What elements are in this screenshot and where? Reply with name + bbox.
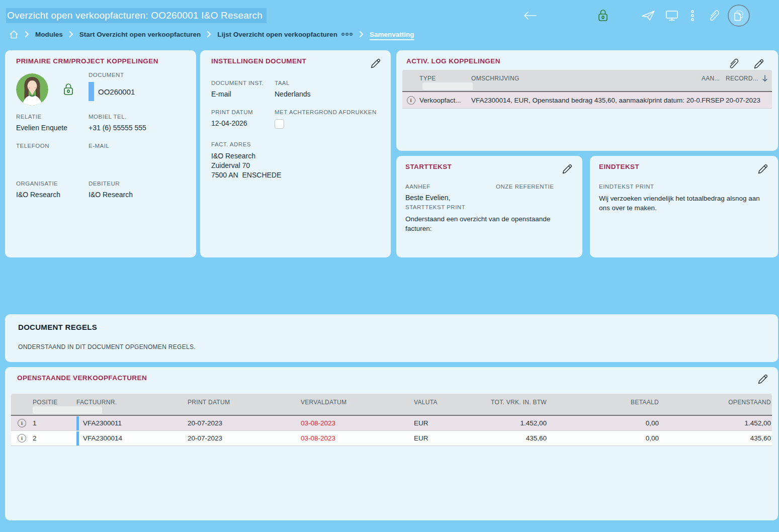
- page-title: Overzicht open verkoopfacturen: OO260001…: [6, 10, 267, 21]
- edit-pencil-icon[interactable]: [561, 163, 573, 175]
- eindtekst-card: EINDTEKST EINDTEKST PRINT Wij verzoeken …: [590, 156, 778, 257]
- col-record[interactable]: RECORD...: [726, 75, 761, 82]
- print-datum-value: 12-04-2026: [211, 119, 275, 128]
- sort-descending-icon[interactable]: [762, 75, 772, 82]
- aanhef-value: Beste Evelien,: [405, 194, 496, 202]
- invoice-print-datum: 20-07-2023: [188, 434, 301, 442]
- log-omschrijving: VFA2300014, EUR, Openstaand bedrag 435,6…: [471, 97, 702, 104]
- col-print-datum[interactable]: PRINT DATUM: [188, 399, 301, 406]
- activ-log-koppelingen-card: ACTIV. LOG KOPPELINGEN TYPE OMSCHRIJ: [396, 50, 778, 151]
- document-regels-title: DOCUMENT REGELS: [18, 323, 765, 331]
- openstaande-table-header: POSITIE FACTUURNR. PRINT DATUM VERVALDAT…: [11, 394, 772, 416]
- send-icon[interactable]: [641, 10, 655, 22]
- document-regels-card: DOCUMENT REGELS ONDERSTAAND IN DIT DOCUM…: [5, 314, 778, 362]
- invoice-vervaldatum: 03-08-2023: [301, 419, 414, 427]
- col-tot-vrk-in-btw[interactable]: TOT. VRK. IN. BTW: [464, 399, 547, 406]
- openstaande-verkoopfacturen-card: OPENSTAANDE VERKOOPFACTUREN POSITIE FACT…: [5, 367, 778, 520]
- info-icon[interactable]: i: [407, 96, 415, 105]
- col-vervaldatum[interactable]: VERVALDATUM: [301, 399, 414, 406]
- starttekst-card-title: STARTTEKST: [405, 163, 573, 170]
- invoice-tot-vrk-in-btw: 435,60: [464, 434, 547, 442]
- breadcrumb-lijst-overzicht[interactable]: Lijst Overzicht open verkoopfacturen: [217, 31, 337, 38]
- breadcrumb-start-overzicht[interactable]: Start Overzicht open verkoopfacturen: [79, 31, 201, 38]
- breadcrumb-modules[interactable]: Modules: [35, 31, 63, 38]
- col-omschrijving[interactable]: OMSCHRIJVING: [471, 75, 702, 82]
- display-icon[interactable]: [665, 10, 678, 22]
- starttekst-card: STARTTEKST AANHEF Beste Evelien, ONZE RE…: [396, 156, 582, 257]
- chevron-right-icon: [207, 31, 211, 38]
- breadcrumb-more-icon[interactable]: [341, 32, 353, 36]
- document-label: DOCUMENT: [89, 72, 185, 78]
- onze-referentie-field: ONZE REFERENTIE: [496, 184, 573, 202]
- activlog-table-header: TYPE OMSCHRIJVING AAN... RECORD...: [402, 70, 772, 92]
- invoice-positie: 2: [33, 434, 76, 442]
- edit-pencil-icon[interactable]: [757, 373, 769, 385]
- log-type: Verkoopfact...: [419, 97, 471, 104]
- documents-icon[interactable]: [728, 5, 750, 27]
- col-betaald[interactable]: BETAALD: [547, 399, 659, 406]
- positie-filter-input[interactable]: [33, 406, 102, 414]
- document-inst-value: E-mail: [211, 90, 275, 99]
- invoice-accent-bar: [76, 416, 79, 430]
- lock-icon[interactable]: [597, 9, 609, 23]
- invoice-print-datum: 20-07-2023: [188, 419, 301, 427]
- col-positie[interactable]: POSITIE: [33, 399, 76, 406]
- taal-value: Nederlands: [275, 90, 380, 99]
- col-valuta[interactable]: VALUTA: [414, 399, 464, 406]
- invoice-betaald: 0,00: [547, 434, 659, 442]
- document-inst-field: DOCUMENT INST. E-mail: [211, 80, 275, 99]
- mobiel-value: +31 (6) 55555 555: [89, 124, 185, 132]
- home-icon[interactable]: [9, 30, 19, 39]
- invoice-factuurnr: VFA2300014: [83, 434, 122, 442]
- invoice-table-row[interactable]: i 1 VFA2300011 20-07-2023 03-08-2023 EUR…: [11, 416, 772, 431]
- eindtekst-print-value: Wij verzoeken vriendelijk het totaalbedr…: [599, 194, 769, 213]
- instellingen-card-title: INSTELLINGEN DOCUMENT: [211, 57, 380, 65]
- back-arrow-icon[interactable]: [523, 11, 538, 20]
- invoice-valuta: EUR: [414, 419, 464, 427]
- debiteur-field: DEBITEUR I&O Research: [89, 181, 185, 199]
- record-lock-icon: [62, 82, 74, 97]
- edit-pencil-icon[interactable]: [757, 163, 769, 175]
- chevron-right-icon: [69, 31, 73, 38]
- col-aan[interactable]: AAN...: [702, 75, 726, 82]
- top-bar: Overzicht open verkoopfacturen: OO260001…: [0, 0, 779, 25]
- attach-icon[interactable]: [728, 57, 739, 70]
- breadcrumb: Modules Start Overzicht open verkoopfact…: [0, 26, 779, 42]
- mobiel-field: MOBIEL TEL. +31 (6) 55555 555: [89, 114, 185, 132]
- log-aan: FRSEP: [702, 97, 726, 104]
- aanhef-field: AANHEF Beste Evelien,: [405, 184, 496, 202]
- fact-adres-line: I&O Research: [211, 151, 380, 161]
- email-field: E-MAIL: [89, 143, 185, 161]
- print-datum-field: PRINT DATUM 12-04-2026: [211, 109, 275, 129]
- info-icon[interactable]: i: [18, 419, 26, 427]
- edit-pencil-icon[interactable]: [753, 58, 765, 70]
- instellingen-document-card: INSTELLINGEN DOCUMENT DOCUMENT INST. E-m…: [200, 50, 391, 257]
- achtergrond-field: MET ACHTERGROND AFDRUKKEN: [275, 109, 380, 129]
- openstaande-table: POSITIE FACTUURNR. PRINT DATUM VERVALDAT…: [11, 394, 772, 446]
- more-options-icon[interactable]: [690, 10, 695, 21]
- type-filter-input[interactable]: [422, 82, 473, 90]
- achtergrond-checkbox[interactable]: [275, 119, 284, 129]
- contact-avatar: [16, 73, 48, 106]
- main-content: PRIMAIRE CRM/PROJECT KOPPELINGEN: [0, 42, 779, 520]
- document-value: OO260001: [98, 87, 135, 96]
- attachment-icon[interactable]: [708, 9, 720, 22]
- invoice-table-row[interactable]: i 2 VFA2300014 20-07-2023 03-08-2023 EUR…: [11, 431, 772, 446]
- edit-pencil-icon[interactable]: [370, 57, 382, 69]
- organisatie-value: I&O Research: [16, 191, 89, 199]
- info-icon[interactable]: i: [18, 434, 26, 442]
- invoice-vervaldatum: 03-08-2023: [301, 434, 414, 442]
- invoice-accent-bar: [76, 431, 79, 446]
- chevron-right-icon: [359, 31, 364, 38]
- col-openstaand[interactable]: OPENSTAAND: [659, 399, 772, 406]
- document-field: DOCUMENT OO260001: [89, 72, 185, 101]
- col-factuurnr[interactable]: FACTUURNR.: [76, 399, 188, 406]
- onze-referentie-value: [496, 194, 573, 202]
- log-record: 20-07-2023: [726, 97, 761, 104]
- activlog-table-row[interactable]: i Verkoopfact... VFA2300014, EUR, Openst…: [402, 92, 772, 109]
- col-type[interactable]: TYPE: [419, 75, 471, 82]
- starttekst-print-field: STARTTEKST PRINT Onderstaand een overzic…: [405, 204, 573, 233]
- starttekst-print-value: Onderstaand een overzicht van de opensta…: [405, 214, 573, 233]
- invoice-betaald: 0,00: [547, 419, 659, 427]
- breadcrumb-samenvatting[interactable]: Samenvatting: [370, 31, 414, 38]
